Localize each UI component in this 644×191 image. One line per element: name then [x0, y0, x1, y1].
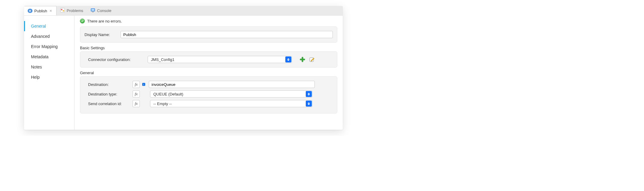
connector-config-label: Connector configuration: — [84, 57, 145, 62]
check-icon: ✓ — [80, 19, 85, 23]
tab-bar: ⊜ Publish × Problems Conso — [24, 6, 343, 16]
sidebar-item-label: General — [31, 24, 46, 29]
tab-problems[interactable]: Problems — [57, 6, 87, 15]
main-panel: ✓ There are no errors. Display Name: Bas… — [75, 16, 343, 130]
sidebar-item-label: Notes — [31, 65, 42, 69]
editor-window: ⊜ Publish × Problems Conso — [24, 6, 343, 130]
status-row: ✓ There are no errors. — [80, 19, 337, 23]
connector-config-value: JMS_Config1 — [151, 57, 174, 62]
svg-rect-0 — [60, 8, 65, 12]
correlation-id-select[interactable]: -- Empty -- — [150, 100, 312, 107]
problems-icon — [60, 8, 65, 14]
destination-label: Destination: — [84, 82, 130, 87]
chevron-updown-icon — [306, 101, 312, 107]
fx-button[interactable]: fx — [133, 81, 140, 88]
tab-publish[interactable]: ⊜ Publish × — [24, 6, 57, 15]
sidebar-item-notes[interactable]: Notes — [24, 62, 74, 72]
basic-settings-header: Basic Settings — [80, 46, 337, 50]
svg-rect-7 — [300, 59, 305, 60]
svg-point-2 — [63, 10, 64, 12]
tab-label: Problems — [67, 8, 83, 13]
destination-input[interactable] — [149, 81, 315, 88]
sidebar-item-general[interactable]: General — [24, 21, 74, 31]
sidebar-item-label: Help — [31, 75, 40, 80]
sidebar: General Advanced Error Mapping Metadata … — [24, 16, 75, 130]
general-header: General — [80, 71, 337, 75]
sidebar-item-label: Error Mapping — [31, 44, 58, 49]
chevron-updown-icon — [285, 56, 291, 62]
display-name-label: Display Name: — [84, 32, 118, 37]
correlation-id-label: Send correlation id: — [84, 102, 130, 106]
fx-button[interactable]: fx — [133, 100, 140, 107]
svg-rect-4 — [91, 9, 94, 11]
tab-label: Publish — [34, 9, 47, 13]
svg-point-1 — [61, 9, 62, 11]
display-name-input[interactable] — [121, 31, 333, 38]
info-badge-icon: i — [142, 83, 145, 86]
general-panel: Destination: fx i Destination type: fx Q… — [80, 76, 337, 114]
sidebar-item-label: Advanced — [31, 34, 50, 39]
basic-settings-panel: Connector configuration: JMS_Config1 — [80, 51, 337, 68]
add-config-button[interactable] — [299, 56, 306, 63]
destination-type-value: QUEUE (Default) — [153, 92, 183, 96]
tab-console[interactable]: Console — [87, 6, 115, 15]
correlation-id-value: -- Empty -- — [153, 102, 172, 106]
sidebar-item-advanced[interactable]: Advanced — [24, 31, 74, 41]
sidebar-item-help[interactable]: Help — [24, 72, 74, 82]
sidebar-item-label: Metadata — [31, 54, 48, 59]
console-icon — [90, 8, 95, 14]
svg-rect-5 — [92, 12, 94, 12]
body-area: General Advanced Error Mapping Metadata … — [24, 16, 343, 130]
publish-icon: ⊜ — [28, 9, 32, 13]
tab-label: Console — [97, 8, 112, 13]
destination-type-label: Destination type: — [84, 92, 130, 96]
sidebar-item-error-mapping[interactable]: Error Mapping — [24, 41, 74, 52]
edit-config-button[interactable] — [309, 56, 315, 63]
sidebar-item-metadata[interactable]: Metadata — [24, 52, 74, 62]
connector-config-select[interactable]: JMS_Config1 — [148, 56, 292, 63]
close-icon[interactable]: × — [49, 8, 53, 13]
display-name-panel: Display Name: — [80, 26, 337, 43]
destination-type-select[interactable]: QUEUE (Default) — [150, 90, 312, 98]
status-message: There are no errors. — [87, 19, 122, 23]
fx-button[interactable]: fx — [133, 90, 140, 98]
chevron-updown-icon — [306, 91, 312, 97]
